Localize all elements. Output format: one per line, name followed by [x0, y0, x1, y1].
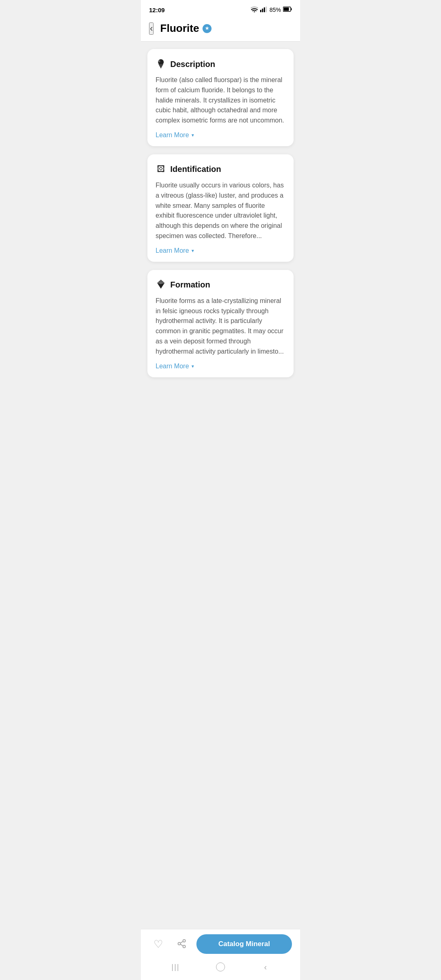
share-icon [177, 939, 187, 950]
svg-line-19 [180, 941, 183, 943]
status-icons: 85% [251, 7, 292, 13]
star-badge: ★ [203, 24, 212, 33]
identification-card-body: Fluorite usually occurs in various color… [156, 180, 285, 241]
svg-point-16 [183, 940, 185, 942]
star-icon: ★ [205, 26, 209, 31]
svg-rect-2 [264, 7, 265, 12]
description-card-header: Description [156, 58, 285, 70]
battery-text: 85% [270, 7, 281, 13]
system-navigation: ||| ‹ [141, 957, 300, 980]
formation-card-body: Fluorite forms as a late-crystallizing m… [156, 296, 285, 357]
description-learn-more[interactable]: Learn More ▾ [156, 131, 285, 139]
heart-icon: ♡ [154, 938, 163, 951]
heart-button[interactable]: ♡ [149, 935, 167, 953]
chevron-down-icon: ▾ [192, 363, 194, 369]
formation-icon [156, 279, 166, 291]
battery-icon [283, 7, 292, 13]
svg-rect-0 [260, 10, 261, 12]
formation-learn-more[interactable]: Learn More ▾ [156, 363, 285, 370]
identification-card: Identification Fluorite usually occurs i… [147, 154, 294, 262]
identification-icon [156, 163, 166, 176]
description-card: Description Fluorite (also called fluors… [147, 49, 294, 146]
nav-home-button[interactable]: ||| [168, 960, 183, 974]
nav-home-icon: ||| [172, 963, 180, 971]
share-button[interactable] [173, 935, 191, 953]
svg-marker-8 [158, 64, 163, 69]
identification-learn-more[interactable]: Learn More ▾ [156, 247, 285, 254]
bottom-action-bar: ♡ Catalog Mineral [141, 929, 300, 957]
catalog-mineral-button[interactable]: Catalog Mineral [196, 934, 292, 954]
svg-rect-6 [291, 8, 292, 10]
svg-rect-3 [265, 7, 267, 12]
identification-card-title: Identification [170, 165, 221, 174]
status-bar: 12:09 85% [141, 0, 300, 18]
signal-icon [260, 7, 267, 13]
description-card-body: Fluorite (also called fluorspar) is the … [156, 75, 285, 126]
svg-marker-11 [159, 167, 163, 170]
bottom-nav-wrapper: ♡ Catalog Mineral ||| ‹ [141, 929, 300, 980]
status-time: 12:09 [149, 7, 165, 13]
chevron-down-icon: ▾ [192, 248, 194, 254]
header-title: Fluorite ★ [160, 22, 211, 35]
svg-rect-10 [158, 166, 164, 172]
description-icon [156, 58, 166, 70]
wifi-icon [251, 7, 258, 13]
formation-card-title: Formation [170, 280, 210, 290]
svg-point-18 [183, 945, 185, 948]
chevron-down-icon: ▾ [192, 132, 194, 138]
svg-line-20 [180, 944, 183, 946]
page-title: Fluorite [160, 22, 199, 35]
svg-rect-1 [262, 9, 263, 12]
nav-circle-icon [216, 962, 225, 971]
formation-card: Formation Fluorite forms as a late-cryst… [147, 270, 294, 377]
svg-point-9 [158, 60, 160, 62]
main-content: Description Fluorite (also called fluors… [141, 42, 300, 418]
description-card-title: Description [170, 60, 215, 69]
nav-back-icon: ‹ [264, 962, 267, 972]
back-button[interactable]: ‹ [149, 22, 154, 35]
svg-rect-5 [284, 8, 289, 11]
nav-circle-button[interactable] [213, 960, 228, 974]
identification-card-header: Identification [156, 163, 285, 176]
svg-point-17 [178, 942, 180, 945]
header: ‹ Fluorite ★ [141, 18, 300, 42]
nav-back-button[interactable]: ‹ [258, 960, 273, 974]
formation-card-header: Formation [156, 279, 285, 291]
